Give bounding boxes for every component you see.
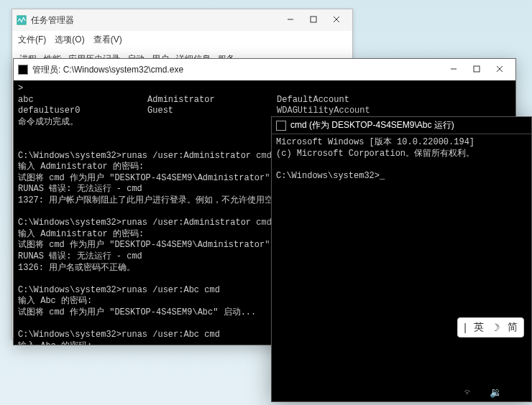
menu-view[interactable]: 查看(V) bbox=[93, 34, 122, 46]
cmd-user-window[interactable]: cmd (作为 DESKTOP-4S4SEM9\Abc 运行) Microsof… bbox=[271, 116, 532, 402]
minimize-button[interactable] bbox=[279, 15, 302, 25]
taskmgr-icon bbox=[17, 15, 27, 25]
cmd-icon bbox=[18, 65, 28, 75]
menu-options[interactable]: 选项(O) bbox=[55, 34, 84, 46]
cmd-icon bbox=[276, 121, 286, 131]
cmd-admin-titlebar[interactable]: 管理员: C:\Windows\system32\cmd.exe bbox=[14, 59, 515, 80]
close-button[interactable] bbox=[488, 65, 511, 75]
network-icon[interactable]: ᯤ bbox=[464, 386, 474, 398]
maximize-button[interactable] bbox=[302, 15, 325, 25]
sound-icon[interactable]: 🔉 bbox=[490, 386, 502, 398]
cmd-admin-title: 管理员: C:\Windows\system32\cmd.exe bbox=[32, 64, 442, 76]
minimize-button[interactable] bbox=[442, 65, 465, 75]
moon-icon[interactable]: ☽ bbox=[491, 322, 500, 333]
system-tray: ᯤ 🔉 bbox=[464, 386, 502, 398]
cmd-user-output[interactable]: Microsoft Windows [版本 10.0.22000.194] (c… bbox=[272, 134, 531, 401]
svg-rect-2 bbox=[311, 17, 316, 22]
cmd-user-title: cmd (作为 DESKTOP-4S4SEM9\Abc 运行) bbox=[290, 119, 527, 131]
menubar: 文件(F) 选项(O) 查看(V) bbox=[12, 31, 352, 49]
ime-sep: | bbox=[464, 322, 467, 333]
cmd-user-titlebar[interactable]: cmd (作为 DESKTOP-4S4SEM9\Abc 运行) bbox=[272, 117, 531, 134]
ime-mode[interactable]: 简 bbox=[508, 321, 518, 334]
task-manager-title: 任务管理器 bbox=[31, 14, 279, 27]
ime-indicator[interactable]: | 英 ☽ 简 bbox=[457, 317, 524, 338]
ime-lang[interactable]: 英 bbox=[474, 321, 484, 334]
menu-file[interactable]: 文件(F) bbox=[18, 34, 46, 46]
close-button[interactable] bbox=[325, 15, 348, 25]
maximize-button[interactable] bbox=[465, 65, 488, 75]
svg-rect-6 bbox=[474, 66, 480, 72]
task-manager-titlebar[interactable]: 任务管理器 bbox=[12, 9, 352, 31]
